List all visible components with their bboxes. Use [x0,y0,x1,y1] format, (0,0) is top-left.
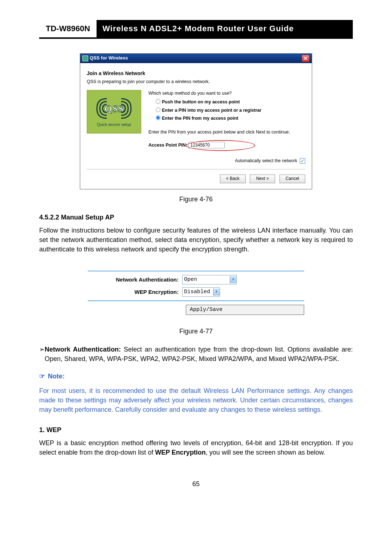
model-number: TD-W8960N [39,21,97,37]
qss-dialog: QSS for Wireless ✕ Join a Wireless Netwo… [80,53,312,189]
apply-save-button[interactable]: Apply/Save [186,305,304,315]
dialog-intro: QSS is preparing to join your computer t… [87,78,305,85]
figure-4-76: QSS for Wireless ✕ Join a Wireless Netwo… [80,53,312,204]
close-icon[interactable]: ✕ [302,55,310,62]
cancel-button[interactable]: Cancel [279,175,305,183]
radio-enter-pin-from-ap[interactable]: Enter the PIN from my access point [156,115,305,122]
radio-enter-pin-registrar[interactable]: Enter a PIN into my access point or a re… [156,107,305,114]
bullet-net-auth: ➢ Network Authentication: Select an auth… [39,345,353,364]
section-para: Follow the instructions below to configu… [39,226,353,254]
pin-prompt: Enter the PIN from your access point bel… [148,129,305,135]
back-button[interactable]: < Back [220,175,246,183]
radio-push-button[interactable]: Push the button on my access point [156,99,305,105]
pin-label: Access Point PIN: [148,143,187,148]
figure-477-caption: Figure 4-77 [39,327,353,336]
wep-paragraph: WEP is a basic encryption method offerin… [39,438,353,457]
doc-title: Wireless N ADSL2+ Modem Router User Guid… [97,20,353,37]
wep-enc-label: WEP Encryption: [88,288,182,296]
auto-select-label: Automatically select the network [235,158,297,163]
dialog-title: QSS for Wireless [90,55,128,62]
wep-enc-select[interactable]: Disabled ▼ [182,287,220,297]
hand-icon: ☞ [39,372,45,381]
qss-logo-panel: QSS Quick secure setup [87,90,141,164]
app-icon [82,56,88,61]
chevron-down-icon: ▼ [230,276,236,283]
auto-select-checkbox[interactable] [300,158,305,164]
figure-4-77: Network Authentication: Open ▼ WEP Encry… [80,262,312,321]
header: TD-W8960N Wireless N ADSL2+ Modem Router… [39,20,353,39]
next-button[interactable]: Next > [250,175,275,183]
qss-subtitle: Quick secure setup [97,122,131,128]
section-heading: 4.5.2.2 Manual Setup AP [39,213,353,222]
dialog-titlebar: QSS for Wireless ✕ [80,54,312,63]
wep-heading: 1. WEP [39,425,353,435]
note-text: For most users, it is recommended to use… [39,386,353,414]
dialog-heading: Join a Wireless Network [87,67,305,78]
access-point-pin-input[interactable] [188,142,225,148]
figure-476-caption: Figure 4-76 [80,194,312,204]
net-auth-label: Network Authentication: [88,276,182,284]
page-number: 65 [39,479,353,489]
chevron-down-icon: ▼ [213,288,220,296]
net-auth-select[interactable]: Open ▼ [182,275,237,284]
qss-wave-icon: QSS [94,96,134,121]
note-heading: ☞ Note: [39,372,353,381]
svg-text:QSS: QSS [105,103,124,114]
setup-method-question: Which setup method do you want to use? [148,90,305,97]
